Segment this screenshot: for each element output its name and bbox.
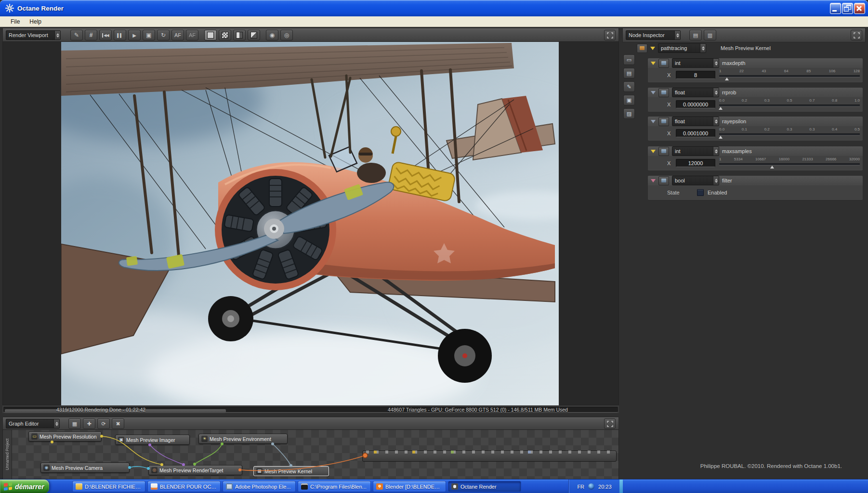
tray-status-icon[interactable] bbox=[588, 483, 594, 490]
graph-expand-button[interactable] bbox=[604, 418, 616, 429]
node-mesh-preview-camera[interactable]: ◉ Mesh Preview Camera bbox=[40, 463, 130, 473]
taskbar-item-console[interactable]: C:\Program Files\Blen... bbox=[298, 481, 371, 492]
graph-add-button[interactable]: ✚ bbox=[83, 418, 95, 429]
project-tab[interactable]: Unnamed Project bbox=[3, 430, 12, 479]
kernel-type-select[interactable]: pathtracing bbox=[658, 43, 706, 53]
taskbar-item-photoshop[interactable]: Adobe Photoshop Ele... bbox=[223, 481, 296, 492]
pick-focus-button[interactable]: ◎ bbox=[280, 30, 293, 40]
expand-marker-icon[interactable] bbox=[650, 47, 655, 50]
combo-spinner[interactable] bbox=[713, 117, 719, 126]
node-mesh-preview-environment[interactable]: ☀ Mesh Preview Environment bbox=[198, 434, 288, 444]
rayepsilon-slider[interactable]: 0.00.1 0.20.3 0.30.4 0.5 bbox=[719, 127, 860, 140]
graph-new-button[interactable]: ▦ bbox=[68, 418, 81, 429]
combo-spinner[interactable] bbox=[713, 59, 719, 67]
inspector-layout-button[interactable]: ▥ bbox=[704, 30, 716, 40]
param-marker-icon[interactable] bbox=[651, 150, 656, 153]
tray-clock[interactable]: 20:23 bbox=[598, 484, 612, 490]
taskbar-item-blender-doc[interactable]: BLENDER POUR OCT... bbox=[147, 481, 221, 492]
graph-reload-button[interactable]: ⟳ bbox=[97, 418, 110, 429]
param-marker-icon[interactable] bbox=[651, 91, 656, 94]
param-type-select[interactable]: int bbox=[672, 146, 719, 156]
viewport-selector[interactable]: Render Viewport bbox=[6, 30, 61, 40]
pick-tool-button[interactable]: ✎ bbox=[70, 30, 83, 40]
taskbar-item-blender[interactable]: Blender [D:\BLENDER... bbox=[373, 481, 446, 492]
node-mesh-preview-kernel[interactable]: ▦ Mesh Preview Kernel bbox=[253, 466, 329, 476]
param-type-select[interactable]: float bbox=[672, 88, 719, 97]
filter-enabled-checkbox[interactable] bbox=[697, 189, 704, 196]
maxdepth-input[interactable] bbox=[676, 71, 715, 79]
viewport-expand-button[interactable] bbox=[604, 30, 616, 40]
node-mesh-preview-imager[interactable]: ▣ Mesh Preview Imager bbox=[115, 435, 190, 445]
tray-language[interactable]: FR bbox=[577, 484, 584, 490]
param-type-select[interactable]: bool bbox=[672, 176, 719, 185]
slider-track[interactable] bbox=[719, 104, 860, 107]
node-color-button[interactable] bbox=[637, 44, 647, 53]
display-mode-solid-button[interactable] bbox=[204, 30, 217, 40]
param-marker-icon[interactable] bbox=[651, 179, 656, 182]
start-button[interactable]: démarrer bbox=[0, 480, 49, 493]
close-button[interactable] bbox=[854, 3, 865, 14]
combo-spinner[interactable] bbox=[713, 88, 719, 97]
pick-material-button[interactable]: ◉ bbox=[266, 30, 278, 40]
slider-handle[interactable] bbox=[719, 107, 723, 110]
start-render-button[interactable]: ▶ bbox=[128, 30, 141, 40]
node-inspector-selector[interactable]: Node Inspector bbox=[626, 30, 681, 40]
combo-spinner[interactable] bbox=[713, 176, 719, 185]
param-type-select[interactable]: int bbox=[672, 58, 719, 68]
inspector-expand-button[interactable] bbox=[851, 30, 862, 40]
maxsamples-input[interactable] bbox=[676, 159, 715, 167]
restart-render-button[interactable]: ◀◀ bbox=[99, 30, 112, 40]
display-mode-split-button[interactable] bbox=[233, 30, 246, 40]
param-marker-icon[interactable] bbox=[651, 120, 656, 123]
param-type-button[interactable] bbox=[658, 176, 669, 185]
slider-handle[interactable] bbox=[725, 78, 729, 80]
display-mode-diagonal-button[interactable] bbox=[248, 30, 260, 40]
image-view-button[interactable]: ▣ bbox=[623, 95, 635, 105]
slider-track[interactable] bbox=[719, 75, 860, 78]
graph-editor-selector[interactable]: Graph Editor bbox=[6, 419, 60, 428]
minimize-button[interactable] bbox=[830, 3, 841, 14]
param-type-select[interactable]: float bbox=[672, 117, 719, 126]
menu-help[interactable]: Help bbox=[25, 17, 46, 26]
refresh-button[interactable]: ↻ bbox=[157, 30, 170, 40]
param-type-button[interactable] bbox=[658, 59, 669, 68]
graph-delete-button[interactable]: ✖ bbox=[112, 418, 124, 429]
maxdepth-slider[interactable]: 122 4364 85106 128 bbox=[719, 69, 860, 81]
graph-canvas[interactable]: Unnamed Project bbox=[2, 429, 619, 480]
brush-view-button[interactable]: ✎ bbox=[623, 81, 635, 92]
slider-handle[interactable] bbox=[719, 136, 723, 139]
autofocus-off-button[interactable]: AF bbox=[186, 30, 198, 40]
slider-handle[interactable] bbox=[770, 166, 774, 169]
autofocus-button[interactable]: AF bbox=[171, 30, 184, 40]
rrprob-input[interactable] bbox=[676, 100, 715, 108]
param-type-button[interactable] bbox=[658, 117, 669, 126]
slider-track[interactable] bbox=[719, 163, 860, 166]
combo-spinner[interactable] bbox=[53, 419, 59, 428]
param-marker-icon[interactable] bbox=[651, 62, 656, 65]
maxsamples-slider[interactable]: 15334 1066716000 2133326666 32000 bbox=[719, 157, 860, 169]
photo-view-button[interactable]: ▨ bbox=[623, 108, 635, 119]
param-type-button[interactable] bbox=[658, 88, 669, 97]
filmstrip-view-button[interactable]: ▤ bbox=[623, 68, 635, 78]
rayepsilon-input[interactable] bbox=[676, 129, 715, 137]
rrprob-slider[interactable]: 0.00.2 0.30.5 0.70.8 1.0 bbox=[719, 98, 860, 111]
restore-button[interactable] bbox=[842, 3, 853, 14]
combo-spinner[interactable] bbox=[54, 31, 60, 39]
viewport-canvas[interactable] bbox=[2, 41, 619, 405]
slider-track[interactable] bbox=[719, 133, 860, 136]
node-mesh-preview-rendertarget[interactable]: ◎ Mesh Preview RenderTarget bbox=[148, 465, 242, 475]
titlebar[interactable]: Octane Render bbox=[0, 0, 868, 16]
monitor-view-button[interactable]: ▭ bbox=[623, 54, 635, 65]
inspector-pin-button[interactable]: ▤ bbox=[689, 30, 702, 40]
node-mesh-preview-resolution[interactable]: ▭ Mesh Preview Resolution bbox=[28, 431, 102, 441]
display-mode-alpha-button[interactable] bbox=[219, 30, 231, 40]
save-image-button[interactable]: ▣ bbox=[143, 30, 155, 40]
param-type-button[interactable] bbox=[658, 147, 669, 156]
combo-spinner[interactable] bbox=[713, 147, 719, 156]
grid-overlay-button[interactable]: # bbox=[85, 30, 97, 40]
taskbar-item-blender-folder[interactable]: D:\BLENDER FICHIER... bbox=[72, 481, 145, 492]
menu-file[interactable]: File bbox=[6, 17, 25, 26]
combo-spinner[interactable] bbox=[700, 44, 706, 52]
pause-render-button[interactable]: ▌▌ bbox=[114, 30, 126, 40]
taskbar-item-octane[interactable]: Octane Render bbox=[448, 481, 521, 492]
